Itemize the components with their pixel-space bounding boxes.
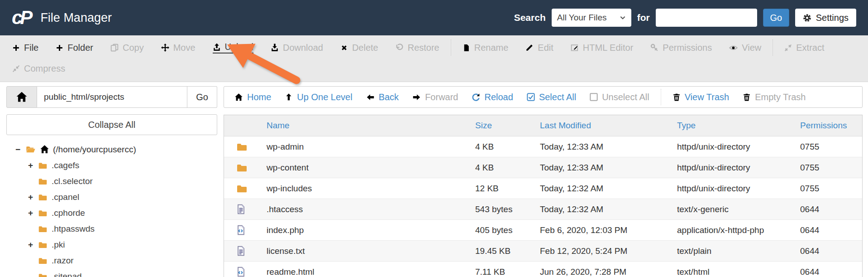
search-input[interactable] xyxy=(656,9,757,27)
toolbar-copy-button[interactable]: Copy xyxy=(102,43,153,53)
page-title: File Manager xyxy=(40,11,112,25)
column-header-size[interactable]: Size xyxy=(475,121,540,131)
expand-toggle[interactable]: + xyxy=(27,192,34,202)
search-area: Search All Your Files for Go Settings xyxy=(514,9,856,27)
file-type: httpd/unix-directory xyxy=(677,184,800,194)
nav-unselect-all-button[interactable]: Unselect All xyxy=(583,92,656,102)
column-header-last-modified[interactable]: Last Modified xyxy=(540,121,677,131)
file-modified: Today, 12:33 AM xyxy=(540,142,677,152)
move-icon xyxy=(161,44,169,52)
nav-view-trash-button[interactable]: View Trash xyxy=(666,92,736,102)
file-permissions: 0755 xyxy=(800,163,862,173)
table-row-wp-content[interactable]: wp-content 4 KB Today, 12:33 AM httpd/un… xyxy=(224,157,862,178)
column-header-type[interactable]: Type xyxy=(677,121,800,131)
folder-icon xyxy=(236,162,248,173)
nav-home-button[interactable]: Home xyxy=(228,92,278,102)
file-name: wp-admin xyxy=(267,142,304,152)
expand-toggle[interactable]: + xyxy=(27,160,34,170)
arrow-left-icon xyxy=(366,93,375,102)
toolbar-move-button[interactable]: Move xyxy=(153,43,204,53)
tree-item-sitepad[interactable]: .sitepad xyxy=(6,268,217,277)
toolbar-delete-button[interactable]: Delete xyxy=(332,43,387,53)
toolbar-row-2: Compress xyxy=(4,58,868,79)
file-type: httpd/unix-directory xyxy=(677,163,800,173)
folder-icon xyxy=(38,209,48,218)
toolbar-row-1: File Folder Copy Move Upload Download De… xyxy=(4,37,868,58)
file-name: readme.html xyxy=(267,267,315,277)
tree-item-pki[interactable]: + .pki xyxy=(6,237,217,253)
path-go-button[interactable]: Go xyxy=(187,86,217,108)
file-name: index.php xyxy=(267,225,304,235)
search-scope-value: All Your Files xyxy=(557,13,607,23)
home-icon xyxy=(40,145,49,154)
file-permissions: 0755 xyxy=(800,142,862,152)
toolbar-view-button[interactable]: View xyxy=(720,43,770,53)
gear-icon xyxy=(803,14,811,22)
folder-icon xyxy=(38,256,48,265)
toolbar-upload-button[interactable]: Upload xyxy=(204,42,262,53)
chevron-down-icon xyxy=(620,15,626,21)
toolbar-html-editor-button[interactable]: HTML Editor xyxy=(562,43,642,53)
checkbox-empty-icon xyxy=(590,93,598,101)
expand-toggle[interactable]: + xyxy=(27,208,34,218)
toolbar-restore-button[interactable]: Restore xyxy=(387,43,448,53)
search-go-button[interactable]: Go xyxy=(763,9,789,27)
file-type: text/html xyxy=(677,267,800,277)
expand-toggle[interactable]: + xyxy=(27,240,34,250)
folder-icon xyxy=(236,183,248,194)
search-scope-select[interactable]: All Your Files xyxy=(552,9,631,27)
file-permissions: 0644 xyxy=(800,225,862,235)
table-row-wp-includes[interactable]: wp-includes 12 KB Today, 12:32 AM httpd/… xyxy=(224,178,862,199)
table-row-wp-admin[interactable]: wp-admin 4 KB Today, 12:33 AM httpd/unix… xyxy=(224,136,862,157)
table-row-index-php[interactable]: index.php 405 bytes Feb 6, 2020, 12:03 P… xyxy=(224,220,862,241)
file-size: 4 KB xyxy=(475,142,540,152)
nav-empty-trash-button[interactable]: Empty Trash xyxy=(736,92,812,102)
tree-item-cpanel[interactable]: + .cpanel xyxy=(6,189,217,205)
toolbar-edit-button[interactable]: Edit xyxy=(517,43,562,53)
file-type: application/x-httpd-php xyxy=(677,225,800,235)
tree-item-label: .razor xyxy=(52,256,74,266)
file-permissions: 0644 xyxy=(800,267,862,277)
nav-select-all-button[interactable]: Select All xyxy=(520,92,583,102)
file-permissions: 0644 xyxy=(800,246,862,256)
toolbar-compress-button[interactable]: Compress xyxy=(4,63,74,74)
file-manager-app: cP File Manager Search All Your Files fo… xyxy=(0,0,868,277)
table-row-htaccess[interactable]: .htaccess 543 bytes Today, 12:32 AM text… xyxy=(224,199,862,220)
tree-item-label: .htpasswds xyxy=(52,224,95,234)
arrow-up-icon xyxy=(285,93,293,101)
file-name: .htaccess xyxy=(267,204,303,214)
nav-up-one-level-button[interactable]: Up One Level xyxy=(278,92,359,102)
nav-reload-button[interactable]: Reload xyxy=(465,92,520,102)
tree-item-htpasswds[interactable]: .htpasswds xyxy=(6,221,217,237)
tree-item-cagefs[interactable]: + .cagefs xyxy=(6,157,217,173)
table-row-readme-html[interactable]: readme.html 7.11 KB Jun 26, 2020, 7:28 P… xyxy=(224,262,862,277)
toolbar-file-button[interactable]: File xyxy=(4,43,47,53)
collapse-all-button[interactable]: Collapse All xyxy=(6,114,217,135)
tree-item-cl-selector[interactable]: .cl.selector xyxy=(6,173,217,189)
nav-forward-button[interactable]: Forward xyxy=(405,92,465,102)
file-name: license.txt xyxy=(267,246,305,256)
toolbar-separator xyxy=(451,39,451,56)
settings-button[interactable]: Settings xyxy=(795,9,856,27)
home-directory-button[interactable] xyxy=(6,86,37,108)
collapse-toggle[interactable]: − xyxy=(14,145,21,155)
path-input[interactable] xyxy=(37,86,187,108)
table-row-license-txt[interactable]: license.txt 19.45 KB Feb 12, 2020, 5:24 … xyxy=(224,241,862,262)
tree-item-label: .cpanel xyxy=(52,192,79,202)
toolbar-extract-button[interactable]: Extract xyxy=(776,43,833,53)
tree-item-razor[interactable]: .razor xyxy=(6,253,217,268)
toolbar-permissions-button[interactable]: Permissions xyxy=(642,43,720,53)
home-icon xyxy=(234,93,243,102)
file-code-icon xyxy=(236,266,246,277)
toolbar-separator xyxy=(773,39,773,56)
tree-item-cphorde[interactable]: + .cphorde xyxy=(6,205,217,221)
column-header-name[interactable]: Name xyxy=(224,121,475,131)
nav-back-button[interactable]: Back xyxy=(359,92,405,102)
toolbar-folder-button[interactable]: Folder xyxy=(47,43,102,53)
tree-root[interactable]: − (/home/yourcpusercc) xyxy=(6,141,217,157)
column-header-permissions[interactable]: Permissions xyxy=(800,121,862,131)
toolbar-rename-button[interactable]: Rename xyxy=(454,43,517,53)
folder-icon xyxy=(38,193,48,202)
toolbar-download-button[interactable]: Download xyxy=(262,43,332,53)
directory-tree: − (/home/yourcpusercc) + .cagefs .cl.sel… xyxy=(6,141,217,277)
